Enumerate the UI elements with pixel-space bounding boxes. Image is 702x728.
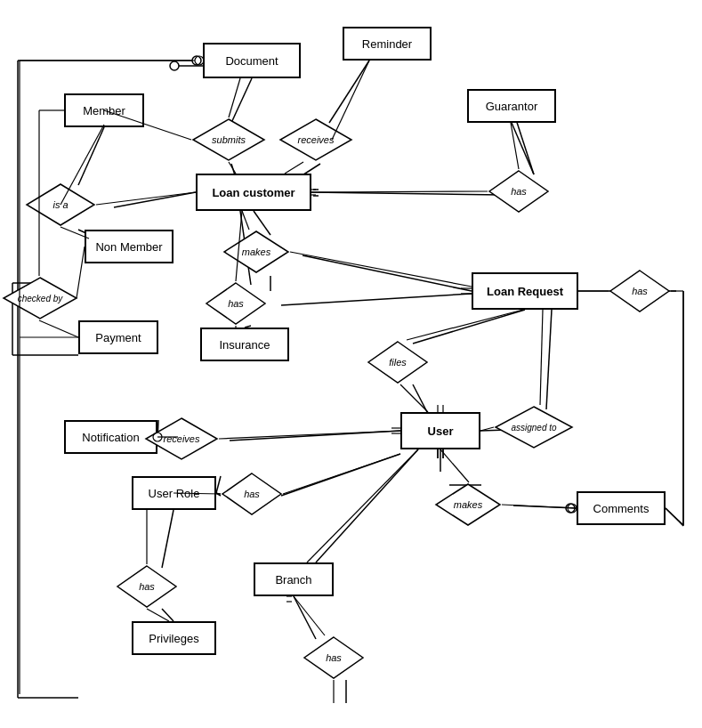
svg-line-0 [231,78,252,123]
svg-line-2 [329,61,369,123]
diamond-has-lr: has [609,269,671,313]
diamond-has-guarantor: has [488,169,550,214]
er-diagram: Document Reminder Member Guarantor Loan … [0,0,702,728]
diamond-files: files [367,340,429,384]
svg-point-49 [192,56,201,65]
diamond-receives-notif: receives [144,417,219,461]
diamond-is-a: is a [25,182,96,227]
diamond-checked-by: checked by [2,276,78,320]
diamond-receives: receives [278,117,353,162]
entity-reminder: Reminder [343,27,432,61]
entity-document: Document [203,43,301,78]
svg-point-37 [170,61,179,70]
diamond-has-role: has [221,472,283,516]
diamond-submits: submits [191,117,266,162]
diamond-has-priv: has [116,564,178,609]
svg-line-4 [78,127,104,185]
diamond-makes: makes [222,230,290,274]
entity-member: Member [64,93,144,127]
